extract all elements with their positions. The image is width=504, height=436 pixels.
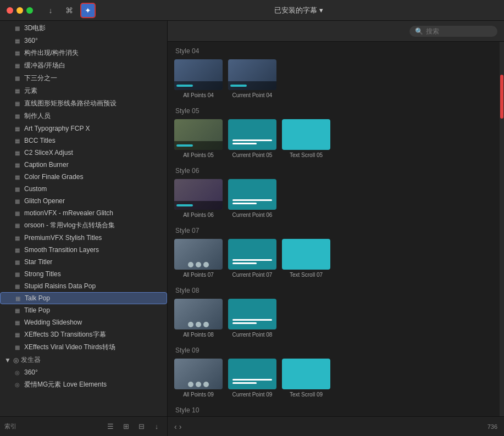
title-center: 已安装的字幕 ▾: [100, 5, 497, 15]
thumb-image-current-point-06: [228, 179, 276, 210]
gen-icon-1: ◎: [13, 368, 21, 376]
sidebar-item-art-typography[interactable]: ▦ Art Typography FCP X: [0, 122, 167, 135]
thumb-item-all-points-06[interactable]: All Points 06: [174, 179, 223, 218]
sidebar-item-line[interactable]: ▦ 直线图形矩形线条路径动画预设: [0, 97, 167, 110]
thumb-image-current-point-05: [228, 119, 276, 150]
thumb-item-current-point-06[interactable]: Current Point 06: [228, 179, 276, 218]
sidebar-item-color-finale[interactable]: ▦ Color Finale Grades: [0, 171, 167, 183]
thumb-item-all-points-04[interactable]: All Points 04: [174, 59, 223, 98]
badge-icon[interactable]: ✦: [80, 3, 96, 18]
thumb-item-current-point-05[interactable]: Current Point 05: [228, 119, 276, 158]
grid-icon-15: ▦: [13, 197, 21, 205]
grid-icon-14: ▦: [13, 185, 21, 193]
thumb-item-all-points-05[interactable]: All Points 05: [174, 119, 223, 158]
sidebar-item-wedding[interactable]: ▦ Wedding Slideshow: [0, 316, 167, 328]
expand-icon[interactable]: ⊟: [135, 421, 147, 433]
sidebar-item-talk-pop[interactable]: ▦ Talk Pop: [0, 292, 167, 304]
sidebar-item-caption[interactable]: ▦ Caption Burner: [0, 159, 167, 171]
sidebar-item-lower[interactable]: ▦ 下三分之一: [0, 72, 167, 85]
sidebar-label-glitch: Glitch Opener: [24, 197, 163, 205]
sidebar-label-smooth: Smooth Transition Layers: [24, 246, 163, 254]
thumb-row-05: All Points 05 Current Point 05 Text Scro…: [174, 119, 497, 158]
sidebar-item-gen-360[interactable]: ◎ 360°: [0, 366, 167, 378]
thumb-item-current-point-09[interactable]: Current Point 09: [228, 359, 276, 398]
next-page-icon[interactable]: ›: [179, 422, 182, 431]
style-section-08: Style 08 All Points 08: [174, 287, 497, 338]
sidebar-item-buffer[interactable]: ▦ 缓冲器/开场白: [0, 59, 167, 72]
main-layout: ▦ 3D电影 ▦ 360° ▦ 构件出现/构件消失 ▦ 缓冲器/开场白 ▦ 下三…: [0, 21, 504, 436]
sidebar-item-bcc[interactable]: ▦ BCC Titles: [0, 135, 167, 147]
bottom-nav-left: ‹ ›: [174, 422, 181, 431]
search-input[interactable]: [426, 27, 492, 35]
thumb-item-current-point-04[interactable]: Current Point 04: [228, 59, 276, 98]
thumb-label-text-scroll-07: Text Scroll 07: [290, 272, 323, 278]
grid-icon-19: ▦: [13, 246, 21, 254]
thumb-item-current-point-08[interactable]: Current Point 08: [228, 299, 276, 338]
grid-icon-8: ▦: [13, 113, 21, 120]
thumb-row-06: All Points 06 Current Point 06: [174, 179, 497, 218]
thumb-item-all-points-09[interactable]: All Points 09: [174, 359, 223, 398]
sidebar-item-star[interactable]: ▦ Star Titler: [0, 256, 167, 268]
style-section-09: Style 09 All Points 09: [174, 346, 497, 398]
content-scroll[interactable]: Style 04 All Points 04 Current Point 04: [168, 42, 504, 416]
list-view-icon[interactable]: ☰: [104, 421, 117, 433]
sidebar-label-premiumvfx: PremiumVFX Stylish Titles: [24, 234, 163, 242]
sidebar-item-xeffects-viral[interactable]: ▦ XEffects Viral Video Thirds转场: [0, 341, 167, 354]
key-icon[interactable]: ⌘: [62, 3, 77, 18]
sidebar-item-3d[interactable]: ▦ 3D电影: [0, 22, 167, 35]
thumb-label-all-points-09: All Points 09: [183, 392, 214, 398]
minimize-button[interactable]: [16, 7, 23, 14]
search-icon: 🔍: [415, 27, 423, 35]
download-icon[interactable]: ↓: [43, 3, 58, 18]
sidebar-item-motionvfx[interactable]: ▦ motionVFX - mRevealer Glitch: [0, 207, 167, 219]
thumb-image-all-points-09: [174, 359, 223, 389]
arrow-down-icon[interactable]: ↓: [151, 421, 163, 433]
sidebar-item-build[interactable]: ▦ 构件出现/构件消失: [0, 47, 167, 59]
sidebar-item-c2[interactable]: ▦ C2 SliceX Adjust: [0, 147, 167, 159]
thumb-item-current-point-07[interactable]: Current Point 07: [228, 239, 276, 278]
right-scrollbar[interactable]: [500, 42, 504, 416]
grid-icon-5: ▦: [13, 75, 21, 82]
prev-page-icon[interactable]: ‹: [174, 422, 177, 431]
thumb-image-current-point-08: [228, 299, 276, 329]
sidebar-item-360[interactable]: ▦ 360°: [0, 35, 167, 47]
grid-icon-17: ▦: [13, 222, 21, 230]
sidebar-item-glitch[interactable]: ▦ Glitch Opener: [0, 195, 167, 207]
thumb-label-current-point-06: Current Point 06: [232, 212, 273, 218]
sidebar-label-buffer: 缓冲器/开场白: [24, 61, 163, 70]
sidebar-item-stupid[interactable]: ▦ Stupid Raisins Data Pop: [0, 280, 167, 292]
grid-icon-6: ▦: [13, 87, 21, 95]
sidebar-item-title-pop[interactable]: ▦ Title Pop: [0, 304, 167, 316]
sidebar-label-bcc: BCC Titles: [24, 137, 163, 144]
dropdown-icon[interactable]: ▾: [319, 6, 323, 14]
thumb-label-current-point-05: Current Point 05: [232, 152, 273, 158]
grid-icon-21: ▦: [13, 270, 21, 278]
sidebar-item-love-elements[interactable]: ◎ 爱情MG元素 Love Elements: [0, 378, 167, 391]
thumb-item-text-scroll-07[interactable]: Text Scroll 07: [282, 239, 330, 278]
sidebar-label-orsoon: orsoon - 常用vlog卡点转场合集: [24, 221, 163, 230]
thumb-image-all-points-08: [174, 299, 223, 329]
sidebar-item-credits[interactable]: ▦ 制作人员: [0, 110, 167, 122]
thumb-item-text-scroll-09[interactable]: Text Scroll 09: [282, 359, 330, 398]
sidebar-item-orsoon[interactable]: ▦ orsoon - 常用vlog卡点转场合集: [0, 219, 167, 232]
close-button[interactable]: [7, 7, 13, 14]
search-box[interactable]: 🔍: [409, 26, 497, 37]
style-section-07: Style 07 All Points 07: [174, 227, 497, 278]
sidebar-item-smooth[interactable]: ▦ Smooth Transition Layers: [0, 244, 167, 256]
sidebar-item-custom[interactable]: ▦ Custom: [0, 183, 167, 195]
thumb-image-current-point-07: [228, 239, 276, 270]
sidebar-item-strong[interactable]: ▦ Strong Titles: [0, 268, 167, 280]
thumb-item-text-scroll-05[interactable]: Text Scroll 05: [282, 119, 330, 158]
sidebar-item-premiumvfx[interactable]: ▦ PremiumVFX Stylish Titles: [0, 232, 167, 244]
grid-icon-20: ▦: [13, 258, 21, 266]
thumb-item-all-points-08[interactable]: All Points 08: [174, 299, 223, 338]
sidebar-label-stupid: Stupid Raisins Data Pop: [24, 282, 163, 290]
fullscreen-button[interactable]: [26, 7, 33, 14]
sidebar-item-elements[interactable]: ▦ 元素: [0, 85, 167, 97]
sidebar-item-xeffects-3d[interactable]: ▦ XEffects 3D Transitions字幕: [0, 328, 167, 341]
style-label-09: Style 09: [174, 346, 497, 354]
grid-icon-10: ▦: [13, 137, 21, 144]
grid-view-icon[interactable]: ⊞: [120, 421, 132, 433]
thumb-item-all-points-07[interactable]: All Points 07: [174, 239, 223, 278]
section-header-generator[interactable]: ▼ ◎ 发生器: [0, 354, 167, 366]
